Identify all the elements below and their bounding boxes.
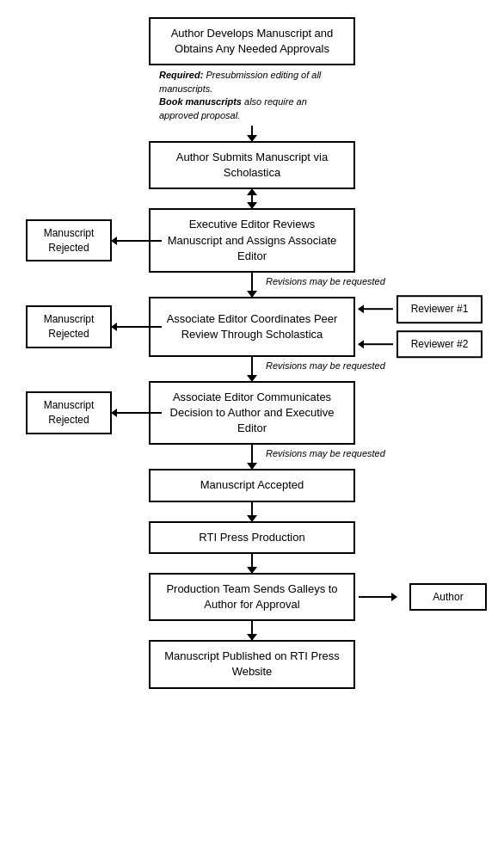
arrow-3-to-4 xyxy=(251,273,253,297)
flowchart: Author Develops Manuscript and Obtains A… xyxy=(0,0,504,711)
annotation-1: Revisions may be requested xyxy=(259,276,385,286)
arrow-to-rejected-2 xyxy=(112,326,162,328)
arrow-6-to-7 xyxy=(251,502,253,521)
box-author-submits: Author Submits Manuscript via Scholastic… xyxy=(149,141,355,189)
annotation-2: Revisions may be requested xyxy=(259,360,385,371)
row-box3: Manuscript Rejected Executive Editor Rev… xyxy=(0,208,504,273)
box-exec-editor: Executive Editor Reviews Manuscript and … xyxy=(149,208,355,273)
arrow-5-to-6 xyxy=(251,445,253,469)
reviewers-container: Reviewer #1 Reviewer #2 xyxy=(359,295,482,359)
arrow-8-to-9 xyxy=(251,621,253,640)
reviewer-2-box: Reviewer #2 xyxy=(396,330,482,359)
box-assoc-editor-decision: Associate Editor Communicates Decision t… xyxy=(149,381,355,446)
row-box5: Manuscript Rejected Associate Editor Com… xyxy=(0,381,504,446)
rejected-box-1: Manuscript Rejected xyxy=(26,219,112,262)
annotation-3: Revisions may be requested xyxy=(259,448,385,458)
arrow-to-author xyxy=(359,596,396,598)
reviewer-1-box: Reviewer #1 xyxy=(396,295,482,323)
arrow-1-to-2 xyxy=(251,126,253,141)
arrow-to-rejected-3 xyxy=(112,412,162,414)
rejected-box-2: Manuscript Rejected xyxy=(26,305,112,348)
arrow-reviewer1-to-box xyxy=(359,308,393,310)
author-box-container: Author xyxy=(409,583,487,612)
rejected-box-2-container: Manuscript Rejected xyxy=(26,305,112,348)
rejected-box-3: Manuscript Rejected xyxy=(26,391,112,434)
arrow-4-to-5 xyxy=(251,357,253,381)
box-assoc-editor-peer: Associate Editor Coordinates Peer Review… xyxy=(149,297,355,357)
arrow-reviewer2-to-box xyxy=(359,343,393,345)
box-author-develops: Author Develops Manuscript and Obtains A… xyxy=(149,17,355,65)
arrow-to-rejected-1 xyxy=(112,240,162,242)
arrow-7-to-8 xyxy=(251,554,253,573)
box-manuscript-published: Manuscript Published on RTI Press Websit… xyxy=(149,640,355,688)
box-manuscript-accepted: Manuscript Accepted xyxy=(149,469,355,501)
note-required: Required: Presubmission editing of all m… xyxy=(149,65,355,126)
box-rti-production: RTI Press Production xyxy=(149,521,355,554)
arrow-2-to-3 xyxy=(251,189,253,208)
row-box4: Manuscript Rejected Associate Editor Coo… xyxy=(0,297,504,357)
author-box: Author xyxy=(409,583,487,612)
rejected-box-1-container: Manuscript Rejected xyxy=(26,219,112,262)
rejected-box-3-container: Manuscript Rejected xyxy=(26,391,112,434)
box-production-galleys: Production Team Sends Galleys to Author … xyxy=(149,573,355,621)
row-box8: Production Team Sends Galleys to Author … xyxy=(0,573,504,621)
